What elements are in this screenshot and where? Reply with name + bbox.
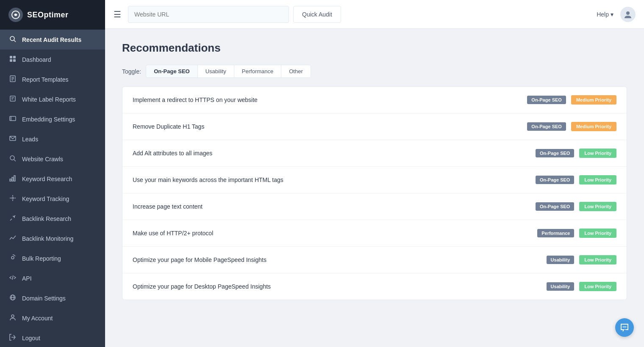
menu-icon[interactable]: ☰ — [114, 9, 121, 19]
chat-bubble[interactable] — [615, 318, 634, 337]
dashboard-icon — [8, 55, 17, 63]
rec-category-5: Performance — [537, 229, 574, 237]
white-label-icon — [8, 95, 17, 103]
table-row: Add Alt attributes to all images On-Page… — [122, 140, 627, 167]
rec-priority-3: Low Priority — [579, 175, 616, 185]
rec-text-6: Optimize your page for Mobile PageSpeed … — [133, 256, 541, 263]
svg-point-32 — [11, 315, 14, 317]
recent-audit-icon — [8, 36, 17, 44]
rec-category-3: On-Page SEO — [536, 176, 575, 184]
white-label-label: White Label Reports — [22, 96, 76, 103]
backlink-monitoring-label: Backlink Monitoring — [22, 235, 73, 242]
sidebar-item-domain-settings[interactable]: Domain Settings — [0, 288, 105, 308]
backlink-research-icon — [8, 215, 17, 223]
sidebar-item-recent-audit[interactable]: Recent Audit Results — [0, 30, 105, 50]
backlink-research-label: Backlink Research — [22, 215, 71, 222]
rec-priority-6: Low Priority — [579, 255, 616, 264]
toggle-tab-on-page-seo[interactable]: On-Page SEO — [146, 65, 198, 78]
logo[interactable]: SEOptimer — [0, 0, 105, 30]
report-templates-icon — [8, 75, 17, 83]
dashboard-label: Dashboard — [22, 56, 51, 63]
sidebar-item-my-account[interactable]: My Account — [0, 308, 105, 328]
website-crawls-icon — [8, 155, 17, 163]
sidebar: SEOptimer Recent Audit Results Dashboard… — [0, 0, 105, 347]
table-row: Optimize your page for Desktop PageSpeed… — [122, 273, 627, 300]
report-templates-label: Report Templates — [22, 76, 68, 83]
toggle-tab-other[interactable]: Other — [281, 65, 311, 78]
toggle-label: Toggle: — [122, 68, 141, 75]
logo-icon — [8, 8, 23, 22]
user-avatar[interactable] — [620, 7, 636, 22]
toggle-tab-performance[interactable]: Performance — [234, 65, 281, 78]
sidebar-item-backlink-research[interactable]: Backlink Research — [0, 209, 105, 229]
rec-priority-4: Low Priority — [579, 202, 616, 211]
page-title: Recommendations — [122, 41, 627, 55]
recent-audit-label: Recent Audit Results — [22, 36, 81, 43]
svg-point-17 — [10, 156, 14, 160]
content-area: Recommendations Toggle: On-Page SEOUsabi… — [105, 29, 644, 347]
rec-text-3: Use your main keywords across the import… — [133, 176, 530, 183]
rec-category-6: Usability — [547, 256, 575, 264]
main-content: ☰ Quick Audit Help ▾ Recommendations Tog… — [105, 0, 644, 347]
rec-priority-7: Low Priority — [579, 282, 616, 291]
svg-rect-14 — [10, 116, 16, 121]
website-crawls-label: Website Crawls — [22, 156, 63, 162]
sidebar-item-embedding-settings[interactable]: Embedding Settings — [0, 109, 105, 129]
keyword-tracking-icon — [8, 195, 17, 203]
svg-rect-6 — [13, 59, 16, 62]
help-button[interactable]: Help ▾ — [597, 11, 613, 18]
svg-rect-4 — [13, 56, 16, 58]
rec-category-4: On-Page SEO — [536, 202, 575, 211]
keyword-research-label: Keyword Research — [22, 176, 72, 182]
svg-point-34 — [626, 11, 630, 15]
domain-settings-icon — [8, 294, 17, 302]
sidebar-item-report-templates[interactable]: Report Templates — [0, 69, 105, 89]
api-label: API — [22, 275, 32, 282]
sidebar-item-white-label[interactable]: White Label Reports — [0, 89, 105, 109]
svg-rect-19 — [10, 179, 11, 181]
rec-text-5: Make use of HTTP/2+ protocol — [133, 230, 532, 237]
rec-priority-2: Low Priority — [579, 149, 616, 158]
bulk-reporting-icon — [8, 254, 17, 262]
leads-icon — [8, 135, 17, 143]
sidebar-item-keyword-tracking[interactable]: Keyword Tracking — [0, 189, 105, 209]
rec-priority-5: Low Priority — [579, 229, 616, 238]
bulk-reporting-label: Bulk Reporting — [22, 255, 61, 262]
svg-point-36 — [624, 326, 625, 327]
svg-point-27 — [11, 256, 14, 259]
sidebar-item-website-crawls[interactable]: Website Crawls — [0, 149, 105, 169]
sidebar-item-api[interactable]: API — [0, 268, 105, 288]
rec-text-2: Add Alt attributes to all images — [133, 150, 530, 157]
toggle-tab-usability[interactable]: Usability — [197, 65, 234, 78]
recommendations-list: Implement a redirect to HTTPS on your we… — [122, 86, 627, 300]
quick-audit-button[interactable]: Quick Audit — [293, 6, 341, 23]
rec-priority-1: Medium Priority — [571, 122, 616, 131]
logo-text: SEOptimer — [27, 11, 69, 19]
sidebar-item-logout[interactable]: Logout — [0, 328, 105, 347]
table-row: Make use of HTTP/2+ protocol Performance… — [122, 220, 627, 247]
table-row: Remove Duplicate H1 Tags On-Page SEO Med… — [122, 113, 627, 140]
logout-label: Logout — [22, 335, 40, 341]
sidebar-item-backlink-monitoring[interactable]: Backlink Monitoring — [0, 229, 105, 248]
url-input[interactable] — [128, 6, 289, 23]
rec-category-2: On-Page SEO — [536, 149, 575, 157]
rec-text-1: Remove Duplicate H1 Tags — [133, 123, 522, 130]
sidebar-item-dashboard[interactable]: Dashboard — [0, 50, 105, 69]
api-icon — [8, 274, 17, 282]
sidebar-item-keyword-research[interactable]: Keyword Research — [0, 169, 105, 189]
rec-text-0: Implement a redirect to HTTPS on your we… — [133, 96, 522, 103]
backlink-monitoring-icon — [8, 234, 17, 242]
rec-text-7: Optimize your page for Desktop PageSpeed… — [133, 283, 541, 290]
my-account-icon — [8, 314, 17, 322]
sidebar-item-leads[interactable]: Leads — [0, 129, 105, 149]
svg-rect-11 — [10, 96, 15, 101]
sidebar-item-bulk-reporting[interactable]: Bulk Reporting — [0, 248, 105, 268]
my-account-label: My Account — [22, 315, 53, 322]
svg-rect-21 — [14, 176, 15, 181]
table-row: Increase page text content On-Page SEO L… — [122, 193, 627, 220]
sidebar-nav: Recent Audit Results Dashboard Report Te… — [0, 30, 105, 347]
embedding-settings-label: Embedding Settings — [22, 116, 75, 123]
help-label: Help — [597, 11, 609, 18]
help-arrow: ▾ — [611, 11, 613, 18]
rec-text-4: Increase page text content — [133, 203, 530, 210]
